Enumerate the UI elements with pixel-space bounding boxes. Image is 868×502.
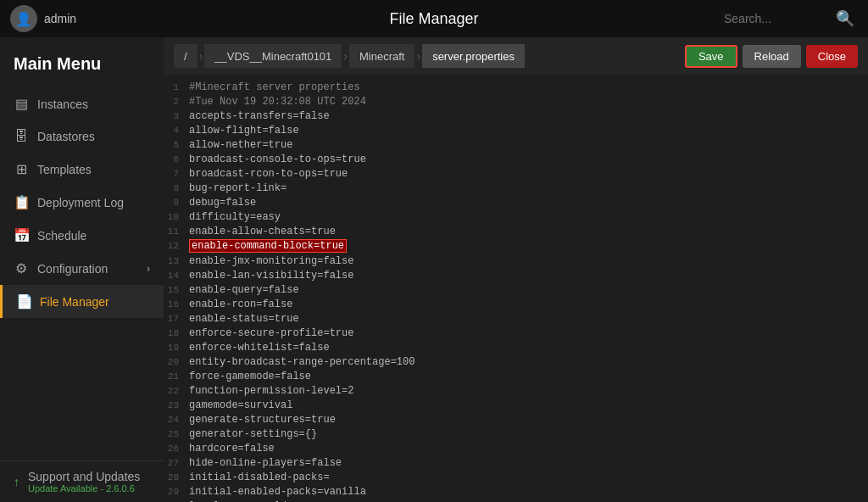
templates-icon: ⊞: [14, 161, 29, 177]
line-number: 25: [164, 429, 189, 439]
line-row: 1#Minecraft server properties: [164, 80, 868, 94]
line-row: 12enable-command-block=true: [164, 238, 868, 254]
line-row: 29initial-enabled-packs=vanilla: [164, 484, 868, 499]
save-button[interactable]: Save: [685, 45, 737, 68]
breadcrumb-bar: / › __VDS__Minecraft0101 › Minecraft › s…: [164, 37, 868, 75]
line-text: allow-flight=false: [189, 125, 299, 137]
username-label: admin: [44, 12, 76, 25]
breadcrumb-sep-3: ›: [415, 49, 422, 63]
line-text: generate-structures=true: [189, 414, 336, 426]
avatar: 👤: [10, 5, 37, 32]
line-text: enable-query=false: [189, 284, 299, 296]
line-number: 4: [164, 126, 189, 136]
breadcrumb-root-label: /: [184, 50, 187, 63]
line-number: 26: [164, 443, 189, 454]
sidebar-item-templates[interactable]: ⊞ Templates: [0, 153, 164, 186]
sidebar-title: Main Menu: [0, 44, 164, 87]
configuration-icon: ⚙: [14, 260, 29, 276]
sidebar-item-label: Templates: [37, 163, 92, 176]
line-row: 27hide-online-players=false: [164, 455, 868, 470]
sidebar-item-schedule[interactable]: 📅 Schedule: [0, 219, 164, 252]
line-row: 16enable-rcon=false: [164, 297, 868, 311]
line-number: 7: [164, 169, 189, 179]
line-number: 23: [164, 400, 189, 410]
line-text: enable-jmx-monitoring=false: [189, 255, 353, 267]
line-row: 21force-gamemode=false: [164, 369, 868, 383]
line-row: 25generator-settings={}: [164, 427, 868, 441]
line-text: initial-enabled-packs=vanilla: [189, 486, 366, 498]
breadcrumb-file[interactable]: server.properties: [422, 44, 525, 68]
breadcrumb-file-label: server.properties: [432, 50, 515, 63]
sidebar-item-file-manager[interactable]: 📄 File Manager: [0, 285, 164, 318]
line-number: 8: [164, 183, 189, 193]
line-text: bug-report-link=: [189, 182, 287, 194]
breadcrumb-sep-1: ›: [198, 49, 205, 63]
line-number: 13: [164, 256, 189, 266]
line-text: entity-broadcast-range-percentage=100: [189, 356, 415, 368]
instances-icon: ▤: [14, 96, 29, 112]
line-text: generator-settings={}: [189, 428, 317, 440]
sidebar-item-deployment-log[interactable]: 📋 Deployment Log: [0, 186, 164, 219]
sidebar-item-configuration[interactable]: ⚙ Configuration ›: [0, 252, 164, 285]
breadcrumb-vds[interactable]: __VDS__Minecraft0101: [204, 44, 342, 68]
line-row: 15enable-query=false: [164, 282, 868, 297]
reload-button[interactable]: Reload: [743, 45, 801, 68]
line-row: 30level-name=world: [164, 499, 868, 502]
sidebar-item-instances[interactable]: ▤ Instances: [0, 87, 164, 120]
line-row: 2#Tue Nov 19 20:32:08 UTC 2024: [164, 94, 868, 109]
chevron-right-icon: ›: [147, 263, 150, 275]
sidebar-item-label: File Manager: [40, 295, 109, 309]
line-text: #Minecraft server properties: [189, 81, 360, 93]
breadcrumb-vds-label: __VDS__Minecraft0101: [214, 50, 331, 63]
schedule-icon: 📅: [14, 227, 29, 243]
line-text: enforce-secure-profile=true: [189, 327, 353, 339]
update-badge: Update Available - 2.6.0.6: [28, 483, 140, 494]
line-text: enable-command-block=true: [189, 239, 347, 253]
line-number: 1: [164, 82, 189, 92]
line-number: 29: [164, 487, 189, 497]
deployment-icon: 📋: [14, 194, 29, 210]
line-row: 26hardcore=false: [164, 441, 868, 455]
line-number: 2: [164, 97, 189, 107]
line-row: 20entity-broadcast-range-percentage=100: [164, 354, 868, 369]
line-text: #Tue Nov 19 20:32:08 UTC 2024: [189, 96, 366, 108]
line-row: 23gamemode=survival: [164, 398, 868, 412]
line-number: 6: [164, 154, 189, 165]
sidebar-item-support[interactable]: ↑ Support and Updates Update Available -…: [0, 461, 164, 502]
close-button[interactable]: Close: [806, 45, 858, 68]
line-text: enforce-whitelist=false: [189, 342, 330, 354]
line-row: 11enable-allow-cheats=true: [164, 224, 868, 238]
search-input[interactable]: [724, 12, 826, 25]
line-text: broadcast-console-to-ops=true: [189, 153, 366, 165]
breadcrumb-root[interactable]: /: [174, 44, 198, 68]
line-number: 20: [164, 357, 189, 367]
sidebar: Main Menu ▤ Instances 🗄 Datastores ⊞ Tem…: [0, 37, 164, 502]
line-number: 21: [164, 371, 189, 382]
line-number: 28: [164, 472, 189, 482]
line-text: difficulty=easy: [189, 211, 281, 223]
line-number: 10: [164, 212, 189, 222]
breadcrumb-minecraft[interactable]: Minecraft: [349, 44, 415, 68]
line-text: hide-online-players=false: [189, 457, 342, 469]
line-row: 8bug-report-link=: [164, 181, 868, 195]
line-row: 22function-permission-level=2: [164, 383, 868, 398]
line-text: gamemode=survival: [189, 399, 292, 411]
line-number: 17: [164, 314, 189, 324]
search-button[interactable]: 🔍: [832, 6, 858, 31]
line-text: enable-status=true: [189, 313, 299, 325]
line-text: hardcore=false: [189, 443, 275, 455]
line-number: 3: [164, 111, 189, 121]
sidebar-item-datastores[interactable]: 🗄 Datastores: [0, 120, 164, 153]
line-number: 22: [164, 386, 189, 396]
support-icon: ↑: [14, 475, 19, 488]
line-number: 24: [164, 415, 189, 425]
main-content: / › __VDS__Minecraft0101 › Minecraft › s…: [164, 37, 868, 502]
support-text: Support and Updates Update Available - 2…: [28, 470, 140, 494]
breadcrumb-actions: Save Reload Close: [685, 45, 858, 68]
line-row: 18enforce-secure-profile=true: [164, 326, 868, 340]
line-text: force-gamemode=false: [189, 371, 311, 382]
file-content[interactable]: 1#Minecraft server properties2#Tue Nov 1…: [164, 75, 868, 502]
sidebar-bottom: ↑ Support and Updates Update Available -…: [0, 460, 164, 502]
line-text: initial-disabled-packs=: [189, 471, 330, 483]
line-number: 14: [164, 271, 189, 281]
